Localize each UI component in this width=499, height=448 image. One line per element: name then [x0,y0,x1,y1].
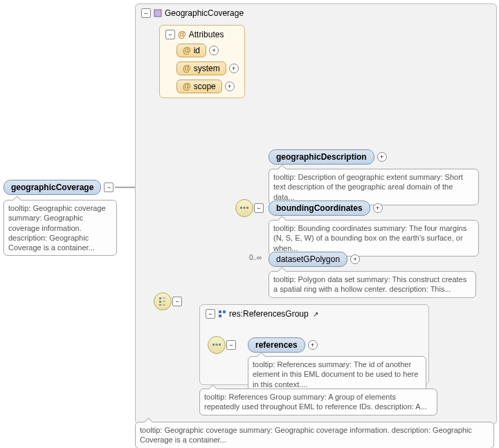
element-references[interactable]: references + [248,337,318,353]
tooltip-text: tooltip: Bounding coordinates summary: T… [273,224,466,252]
collapse-icon[interactable]: − [226,340,236,350]
collapse-icon[interactable]: − [104,183,114,192]
tooltip-text: tooltip: References summary: The id of a… [253,360,418,389]
collapse-icon[interactable]: − [141,8,151,18]
svg-rect-9 [219,315,221,317]
external-ref-icon: ↗ [313,310,318,318]
geographic-description-tooltip: tooltip: Description of geographic exten… [269,169,479,205]
attribute-scope[interactable]: @scope [176,80,222,93]
expand-icon[interactable]: + [229,64,239,73]
references-tooltip: tooltip: References summary: The id of a… [248,356,426,393]
root-tooltip-text: tooltip: Geographic coverage summary: Ge… [8,204,106,252]
element-dataset-gpolygon[interactable]: datasetGPolygon + [269,252,360,267]
collapse-icon[interactable]: − [254,203,264,213]
collapse-icon[interactable]: − [165,30,175,39]
svg-rect-2 [159,301,161,303]
attributes-label: Attributes [189,30,224,39]
expand-icon[interactable]: + [373,203,383,213]
sequence-compositor-icon [235,199,253,217]
attribute-icon: @ [178,30,186,39]
attribute-system[interactable]: @system [176,62,226,75]
tooltip-text: tooltip: References Group summary: A gro… [204,393,427,411]
svg-rect-11 [216,344,218,346]
references-group-tooltip: tooltip: References Group summary: A gro… [199,389,437,416]
svg-rect-10 [212,344,215,346]
tooltip-text: tooltip: Description of geographic exten… [273,173,463,201]
attributes-panel: − @ Attributes @id + @system + @scope + [159,25,245,98]
svg-rect-3 [159,304,161,306]
expand-icon[interactable]: + [308,340,318,350]
bounding-coordinates-tooltip: tooltip: Bounding coordinates summary: T… [269,220,479,256]
references-group-label: res:ReferencesGroup [229,309,309,319]
svg-rect-1 [159,297,161,299]
expand-icon[interactable]: + [377,152,387,162]
element-geographic-description[interactable]: geographicDescription + [269,149,387,165]
svg-rect-6 [246,207,248,209]
root-tooltip: tooltip: Geographic coverage summary: Ge… [3,200,117,256]
type-panel-header: − GeographicCoverage [141,8,491,18]
sequence-compositor-icon [208,336,226,354]
element-bounding-coordinates[interactable]: boundingCoordinates + [269,200,383,216]
expand-icon[interactable]: + [350,254,360,264]
svg-rect-7 [219,310,221,313]
choice-compositor-icon [154,292,172,310]
tooltip-text: tooltip: Geographic coverage summary: Ge… [140,426,472,444]
root-element-label: geographicCoverage [3,180,101,195]
group-icon [218,310,226,318]
tooltip-text: tooltip: Polygon data set summary: This … [273,275,466,293]
svg-rect-4 [240,207,242,209]
expand-icon[interactable]: + [225,82,235,91]
root-element[interactable]: geographicCoverage − [3,180,114,195]
type-tooltip: tooltip: Geographic coverage summary: Ge… [135,422,494,448]
element-label: references [248,337,305,353]
element-label: geographicDescription [269,149,374,165]
type-name-label: GeographicCoverage [165,8,244,18]
collapse-icon[interactable]: − [172,297,182,306]
svg-rect-8 [223,310,226,313]
cardinality-label: 0..∞ [249,254,262,261]
complex-type-icon [154,9,162,17]
svg-rect-5 [244,207,246,209]
expand-icon[interactable]: + [209,46,219,55]
svg-rect-0 [154,10,161,17]
element-label: datasetGPolygon [269,252,347,267]
element-label: boundingCoordinates [269,200,370,216]
svg-rect-12 [219,344,221,346]
attribute-id[interactable]: @id [176,44,206,57]
dataset-gpolygon-tooltip: tooltip: Polygon data set summary: This … [269,271,476,298]
collapse-icon[interactable]: − [206,309,215,319]
